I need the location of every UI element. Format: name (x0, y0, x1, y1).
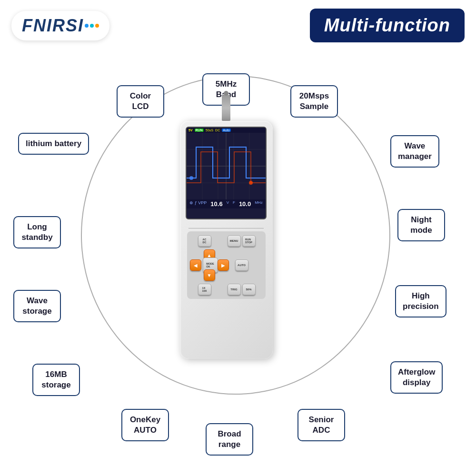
feature-20msps: 20MspsSample (290, 85, 338, 118)
key-probe-ratio[interactable]: 1X10X (198, 284, 211, 295)
svg-point-9 (189, 176, 193, 180)
readout-symbol: ⊕ ƒ VPP (189, 200, 207, 208)
device-probe (222, 95, 230, 121)
key-runstop[interactable]: RUNSTOP (242, 235, 256, 247)
logo-text: FNIRSI (22, 16, 84, 36)
key-trig[interactable]: TRIG (228, 284, 241, 295)
device-keypad: ACDC MENU RUNSTOP ◀ ▲ MODEOK ▶ ▼ (187, 231, 266, 299)
waveform-display (187, 133, 266, 199)
waveform-svg (187, 133, 266, 199)
main-area: lithium battery ColorLCD 5MHzBand 20Msps… (0, 47, 476, 461)
device-screen: 5V RUN 50uS DC Auto (186, 127, 267, 219)
keypad-row-3: 1X10X TRIG 50% (190, 284, 264, 295)
status-auto: Auto (222, 129, 230, 132)
feature-high-precision: Highprecision (395, 285, 446, 317)
feature-long-standby: Longstandby (13, 216, 61, 248)
key-left[interactable]: ◀ (190, 259, 201, 271)
keypad-arrow-section: ◀ ▲ MODEOK ▶ ▼ AUTO (190, 249, 264, 281)
key-down[interactable]: ▼ (204, 269, 215, 281)
feature-afterglow: Afterglowdisplay (390, 361, 443, 394)
feature-lithium-battery: lithium battery (18, 133, 89, 155)
readout-vpp: 10.6 (210, 200, 222, 208)
dot-blue-icon (85, 24, 89, 28)
svg-point-10 (249, 181, 253, 185)
status-voltage: 5V (188, 129, 193, 132)
status-run: RUN (195, 129, 204, 132)
logo-dots (85, 24, 99, 28)
dot-cyan-icon (90, 24, 94, 28)
keypad-row-1: ACDC MENU RUNSTOP (190, 235, 264, 247)
feature-color-lcd: ColorLCD (117, 85, 164, 118)
feature-wave-storage: Wavestorage (13, 290, 61, 322)
device-container: 5V RUN 50uS DC Auto (167, 95, 286, 371)
title-box: Multi-function (310, 9, 465, 42)
device-divider (188, 228, 264, 228)
status-time: 50uS (206, 129, 213, 132)
feature-16mb: 16MBstorage (32, 364, 80, 396)
key-50pct[interactable]: 50% (242, 284, 256, 295)
dot-orange-icon (95, 24, 99, 28)
key-menu[interactable]: MENU (228, 235, 241, 247)
screen-readout: ⊕ ƒ VPP 10.6 V F 10.0 MHz (187, 199, 266, 208)
feature-onekey-auto: OneKeyAUTO (121, 409, 169, 441)
page-title: Multi-function (324, 15, 450, 35)
screen-status-bar: 5V RUN 50uS DC Auto (187, 128, 266, 133)
status-coupling: DC (215, 129, 220, 132)
key-right[interactable]: ▶ (218, 259, 229, 271)
feature-broad-range: Broadrange (206, 423, 253, 456)
feature-night-mode: Nightmode (397, 209, 445, 241)
logo-container: FNIRSI (11, 11, 109, 40)
readout-hz-unit: MHz (255, 200, 262, 208)
readout-f-label: F (233, 200, 235, 208)
readout-freq: 10.0 (239, 200, 251, 208)
feature-wave-manager: Wavemanager (390, 135, 439, 168)
key-acdc[interactable]: ACDC (198, 235, 211, 247)
feature-senior-adc: SeniorADC (298, 409, 345, 441)
readout-v-unit: V (227, 200, 229, 208)
key-auto[interactable]: AUTO (235, 259, 248, 271)
header: FNIRSI Multi-function (0, 0, 476, 47)
device-body: 5V RUN 50uS DC Auto (180, 121, 273, 359)
